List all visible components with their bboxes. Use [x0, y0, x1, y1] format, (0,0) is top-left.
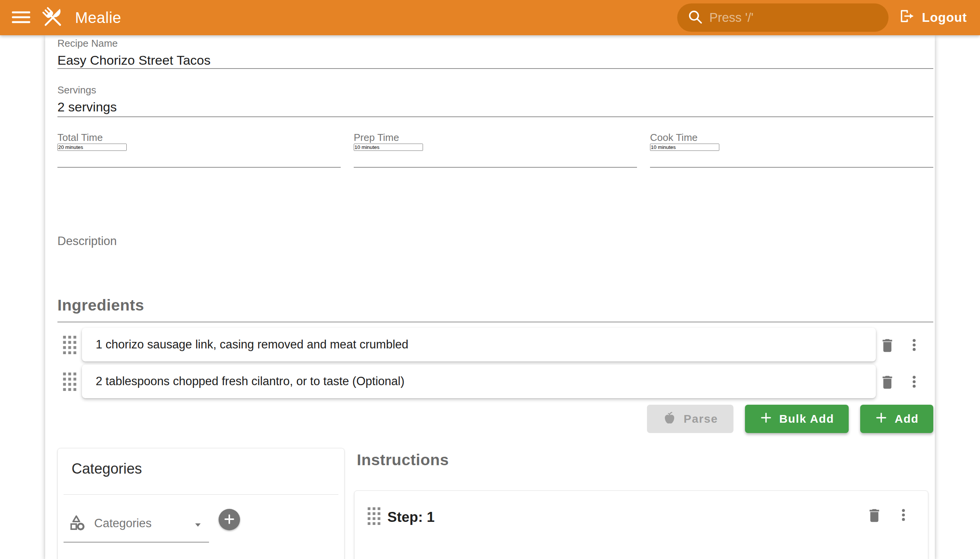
kebab-vertical-dots-icon	[907, 373, 922, 391]
parse-button[interactable]: Parse	[647, 405, 734, 433]
divider	[64, 494, 339, 495]
search-icon	[687, 9, 703, 26]
shapes-icon	[69, 514, 86, 533]
total-time-input[interactable]	[58, 144, 127, 151]
drag-dots-grid-icon	[367, 520, 380, 526]
recipe-editor-card: Recipe Name Servings Total Time Prep Tim…	[45, 35, 935, 559]
delete-ingredient-button[interactable]	[877, 371, 898, 393]
cook-time-field: Cook Time	[650, 132, 933, 168]
servings-label: Servings	[58, 84, 933, 96]
recipe-name-field: Recipe Name	[58, 38, 933, 69]
kebab-vertical-dots-icon	[896, 506, 911, 524]
cook-time-input[interactable]	[650, 144, 719, 151]
prep-time-label: Prep Time	[354, 132, 637, 144]
categories-title: Categories	[71, 461, 142, 477]
ingredient-actions-row: Parse Bulk Add Add	[58, 404, 933, 433]
ingredient-input-card	[82, 364, 876, 398]
trash-icon	[879, 373, 896, 392]
ingredient-menu-button[interactable]	[906, 336, 922, 354]
logout-icon	[899, 8, 915, 27]
time-fields-row: Total Time Prep Time Cook Time	[58, 132, 933, 168]
instructions-heading: Instructions	[357, 451, 449, 469]
app-bar: Mealie Logout	[0, 0, 980, 35]
recipe-name-label: Recipe Name	[58, 38, 933, 50]
kebab-vertical-dots-icon	[907, 337, 922, 354]
prep-time-field: Prep Time	[354, 132, 637, 168]
total-time-label: Total Time	[58, 132, 341, 144]
ingredients-heading: Ingredients	[58, 296, 144, 314]
plus-icon	[760, 411, 772, 427]
servings-field: Servings	[58, 84, 933, 117]
add-ingredient-button[interactable]: Add	[860, 405, 933, 433]
ingredient-row	[45, 364, 935, 400]
crossed-fork-knife-icon	[41, 5, 65, 30]
plus-icon	[875, 411, 888, 427]
logout-label: Logout	[922, 10, 967, 25]
ingredient-input-card	[82, 328, 876, 361]
trash-icon	[879, 336, 896, 355]
drag-handle[interactable]	[62, 372, 77, 392]
plus-icon	[223, 513, 236, 527]
recipe-name-input[interactable]	[58, 53, 933, 68]
drag-dots-grid-icon	[63, 386, 76, 392]
apple-icon	[662, 410, 677, 428]
bulk-add-button[interactable]: Bulk Add	[745, 405, 849, 433]
categories-card: Categories Categories	[58, 448, 345, 559]
categories-select[interactable]: Categories	[64, 506, 209, 542]
description-input[interactable]	[58, 250, 933, 319]
add-category-button[interactable]	[218, 509, 240, 530]
categories-select-label: Categories	[94, 516, 152, 530]
menu-button[interactable]	[8, 4, 35, 31]
bulk-add-label: Bulk Add	[779, 412, 834, 425]
ingredient-input[interactable]	[96, 374, 862, 388]
parse-label: Parse	[684, 412, 718, 425]
hamburger-icon	[11, 9, 31, 27]
drag-handle[interactable]	[62, 336, 77, 355]
logout-button[interactable]: Logout	[899, 0, 967, 35]
trash-icon	[866, 506, 883, 525]
drag-dots-grid-icon	[63, 349, 76, 355]
servings-input[interactable]	[58, 99, 933, 114]
description-field: Description	[58, 196, 933, 322]
step-card: Step: 1 Combine crumbled chorizo and chi…	[354, 490, 928, 559]
cook-time-label: Cook Time	[650, 132, 933, 144]
ingredient-menu-button[interactable]	[906, 373, 922, 391]
prep-time-input[interactable]	[354, 144, 423, 151]
search-field[interactable]	[677, 3, 889, 32]
total-time-field: Total Time	[58, 132, 341, 168]
delete-ingredient-button[interactable]	[877, 335, 898, 356]
search-input[interactable]	[709, 10, 879, 25]
app-title[interactable]: Mealie	[75, 9, 121, 26]
delete-step-button[interactable]	[864, 504, 885, 526]
ingredient-row	[45, 328, 935, 363]
step-title: Step: 1	[387, 509, 435, 525]
add-label: Add	[895, 412, 919, 425]
drag-handle[interactable]	[367, 507, 381, 526]
description-label: Description	[58, 196, 933, 248]
step-menu-button[interactable]	[895, 506, 912, 524]
ingredient-input[interactable]	[96, 338, 862, 351]
chevron-down-icon	[192, 518, 205, 532]
